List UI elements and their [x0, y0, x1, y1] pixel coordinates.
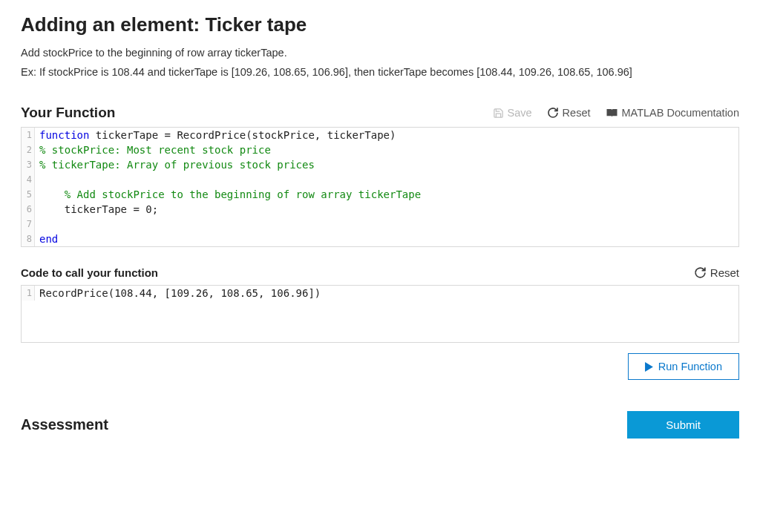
assessment-heading: Assessment [21, 416, 108, 433]
reset-label: Reset [563, 107, 591, 119]
line-number: 7 [22, 217, 35, 231]
function-code-editor[interactable]: 1function tickerTape = RecordPrice(stock… [21, 127, 739, 247]
keyword: end [39, 233, 58, 245]
line-number: 4 [22, 172, 35, 187]
your-function-heading: Your Function [21, 105, 115, 121]
reset-button[interactable]: Reset [547, 107, 591, 119]
reset-call-button[interactable]: Reset [694, 266, 739, 279]
page-title: Adding an element: Ticker tape [21, 13, 739, 36]
code-text [35, 172, 39, 187]
code-text: RecordPrice(108.44, [109.26, 108.65, 106… [35, 286, 321, 301]
line-number: 3 [22, 157, 35, 172]
description-line-1: Add stockPrice to the beginning of row a… [21, 47, 739, 59]
run-function-button[interactable]: Run Function [628, 353, 739, 380]
docs-label: MATLAB Documentation [622, 107, 740, 119]
line-number: 5 [22, 187, 35, 202]
call-code-editor[interactable]: 1RecordPrice(108.44, [109.26, 108.65, 10… [21, 285, 739, 343]
code-text [35, 217, 39, 231]
line-number: 6 [22, 202, 35, 217]
code-text: tickerTape = RecordPrice(stockPrice, tic… [89, 129, 396, 141]
reset-call-label: Reset [710, 266, 739, 279]
line-number: 2 [22, 142, 35, 157]
submit-button[interactable]: Submit [627, 411, 739, 439]
description-line-2: Ex: If stockPrice is 108.44 and tickerTa… [21, 66, 739, 78]
save-icon [493, 108, 504, 119]
code-text [39, 188, 65, 200]
keyword: function [39, 129, 89, 141]
call-heading: Code to call your function [21, 266, 158, 279]
line-number: 1 [22, 128, 35, 142]
save-label: Save [508, 107, 532, 119]
save-button[interactable]: Save [493, 107, 532, 119]
reset-icon [694, 266, 707, 279]
reset-icon [547, 107, 559, 119]
docs-button[interactable]: MATLAB Documentation [606, 107, 740, 119]
function-toolbar: Save Reset MATLAB Documentation [493, 107, 739, 119]
comment: % stockPrice: Most recent stock price [39, 144, 271, 156]
docs-icon [606, 108, 618, 118]
play-icon [645, 362, 653, 372]
svg-marker-0 [645, 362, 653, 372]
comment: % tickerTape: Array of previous stock pr… [39, 159, 315, 171]
comment: % Add stockPrice to the beginning of row… [65, 188, 421, 200]
line-number: 8 [22, 231, 35, 246]
line-number: 1 [22, 286, 35, 301]
run-label: Run Function [658, 361, 722, 372]
code-text: tickerTape = 0; [35, 202, 158, 217]
